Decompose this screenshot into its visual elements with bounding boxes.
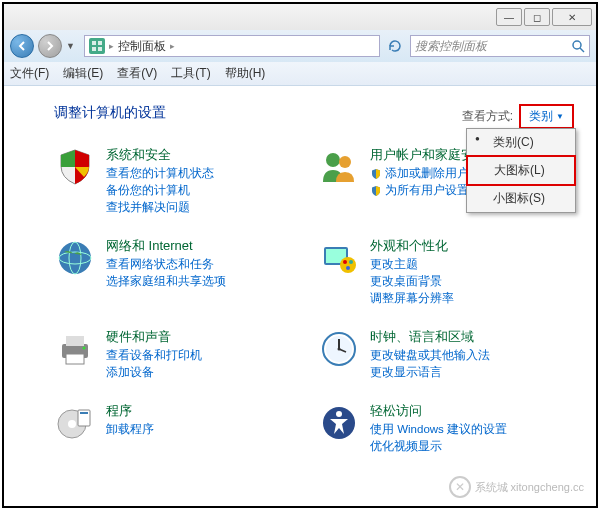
svg-point-17: [346, 266, 350, 270]
users-icon: [318, 146, 360, 188]
menu-view[interactable]: 查看(V): [117, 65, 157, 82]
svg-rect-4: [98, 47, 102, 51]
category-title[interactable]: 程序: [106, 402, 154, 420]
category-link[interactable]: 查看您的计算机状态: [106, 166, 214, 181]
category-title[interactable]: 网络和 Internet: [106, 237, 226, 255]
refresh-button[interactable]: [384, 35, 406, 57]
maximize-button[interactable]: ◻: [524, 8, 550, 26]
svg-point-21: [83, 347, 86, 350]
uac-shield-icon: [370, 168, 382, 180]
svg-point-5: [573, 41, 581, 49]
svg-point-16: [349, 260, 353, 264]
view-by-dropdown[interactable]: 类别 ▼: [519, 104, 574, 129]
category-hardware: 硬件和声音 查看设备和打印机 添加设备: [54, 328, 308, 380]
view-menu-category[interactable]: 类别(C): [467, 129, 575, 156]
category-programs: 程序 卸载程序: [54, 402, 308, 454]
view-menu-large-icons[interactable]: 大图标(L): [466, 155, 576, 186]
svg-point-8: [339, 156, 351, 168]
category-title[interactable]: 时钟、语言和区域: [370, 328, 490, 346]
breadcrumb-label: 控制面板: [118, 38, 166, 55]
svg-point-9: [59, 242, 91, 274]
minimize-button[interactable]: —: [496, 8, 522, 26]
view-by-menu: 类别(C) 大图标(L) 小图标(S): [466, 128, 576, 213]
address-bar: ▼ ▸ 控制面板 ▸ 搜索控制面板: [4, 30, 596, 62]
watermark-text: 系统城 xitongcheng.cc: [475, 480, 584, 495]
menu-edit[interactable]: 编辑(E): [63, 65, 103, 82]
category-ease-of-access: 轻松访问 使用 Windows 建议的设置 优化视频显示: [318, 402, 572, 454]
globe-icon: [54, 237, 96, 279]
category-appearance: 外观和个性化 更改主题 更改桌面背景 调整屏幕分辨率: [318, 237, 572, 306]
programs-icon: [54, 402, 96, 444]
breadcrumb-separator-icon: ▸: [109, 41, 114, 51]
category-link[interactable]: 备份您的计算机: [106, 183, 214, 198]
svg-rect-1: [92, 41, 96, 45]
clock-icon: [318, 328, 360, 370]
category-link[interactable]: 更改桌面背景: [370, 274, 454, 289]
category-link[interactable]: 使用 Windows 建议的设置: [370, 422, 507, 437]
search-icon: [571, 39, 585, 53]
search-input[interactable]: 搜索控制面板: [410, 35, 590, 57]
category-title[interactable]: 硬件和声音: [106, 328, 202, 346]
watermark-logo-icon: ✕: [449, 476, 471, 498]
titlebar: — ◻ ✕: [4, 4, 596, 30]
category-link[interactable]: 优化视频显示: [370, 439, 507, 454]
chevron-down-icon: ▼: [556, 112, 564, 121]
category-title[interactable]: 外观和个性化: [370, 237, 454, 255]
svg-rect-20: [66, 354, 84, 364]
appearance-icon: [318, 237, 360, 279]
menu-help[interactable]: 帮助(H): [225, 65, 266, 82]
menu-bar: 文件(F) 编辑(E) 查看(V) 工具(T) 帮助(H): [4, 62, 596, 86]
svg-rect-19: [66, 336, 84, 346]
category-link[interactable]: 查看设备和打印机: [106, 348, 202, 363]
search-placeholder: 搜索控制面板: [415, 38, 487, 55]
svg-point-28: [68, 420, 76, 428]
svg-point-15: [343, 260, 347, 264]
category-link[interactable]: 卸载程序: [106, 422, 154, 437]
category-link[interactable]: 更改显示语言: [370, 365, 490, 380]
svg-point-14: [340, 257, 356, 273]
view-menu-small-icons[interactable]: 小图标(S): [467, 185, 575, 212]
menu-file[interactable]: 文件(F): [10, 65, 49, 82]
svg-point-26: [338, 348, 341, 351]
menu-tools[interactable]: 工具(T): [171, 65, 210, 82]
category-clock-region: 时钟、语言和区域 更改键盘或其他输入法 更改显示语言: [318, 328, 572, 380]
breadcrumb[interactable]: ▸ 控制面板 ▸: [84, 35, 380, 57]
view-by-label: 查看方式:: [462, 108, 513, 125]
category-link[interactable]: 更改键盘或其他输入法: [370, 348, 490, 363]
category-network: 网络和 Internet 查看网络状态和任务 选择家庭组和共享选项: [54, 237, 308, 306]
svg-point-32: [336, 411, 342, 417]
breadcrumb-separator-icon[interactable]: ▸: [170, 41, 175, 51]
svg-line-6: [580, 48, 584, 52]
category-title[interactable]: 轻松访问: [370, 402, 507, 420]
forward-button[interactable]: [38, 34, 62, 58]
category-link[interactable]: 更改主题: [370, 257, 454, 272]
category-link[interactable]: 调整屏幕分辨率: [370, 291, 454, 306]
control-panel-icon: [89, 38, 105, 54]
svg-point-7: [326, 153, 340, 167]
window: — ◻ ✕ ▼ ▸ 控制面板 ▸ 搜索控制面板 文件(F): [2, 2, 598, 508]
watermark: ✕ 系统城 xitongcheng.cc: [449, 476, 584, 498]
close-button[interactable]: ✕: [552, 8, 592, 26]
ease-of-access-icon: [318, 402, 360, 444]
category-system-security: 系统和安全 查看您的计算机状态 备份您的计算机 查找并解决问题: [54, 146, 308, 215]
category-link[interactable]: 选择家庭组和共享选项: [106, 274, 226, 289]
view-by: 查看方式: 类别 ▼: [462, 104, 574, 129]
view-by-current: 类别: [529, 108, 553, 125]
shield-icon: [54, 146, 96, 188]
back-button[interactable]: [10, 34, 34, 58]
svg-rect-3: [92, 47, 96, 51]
category-link[interactable]: 查看网络状态和任务: [106, 257, 226, 272]
category-link[interactable]: 查找并解决问题: [106, 200, 214, 215]
category-title[interactable]: 系统和安全: [106, 146, 214, 164]
svg-rect-2: [98, 41, 102, 45]
category-link[interactable]: 添加设备: [106, 365, 202, 380]
printer-icon: [54, 328, 96, 370]
content-area: 调整计算机的设置 查看方式: 类别 ▼ 类别(C) 大图标(L) 小图标(S) …: [4, 86, 596, 506]
nav-history-dropdown[interactable]: ▼: [66, 41, 80, 51]
uac-shield-icon: [370, 185, 382, 197]
svg-rect-30: [80, 412, 88, 414]
